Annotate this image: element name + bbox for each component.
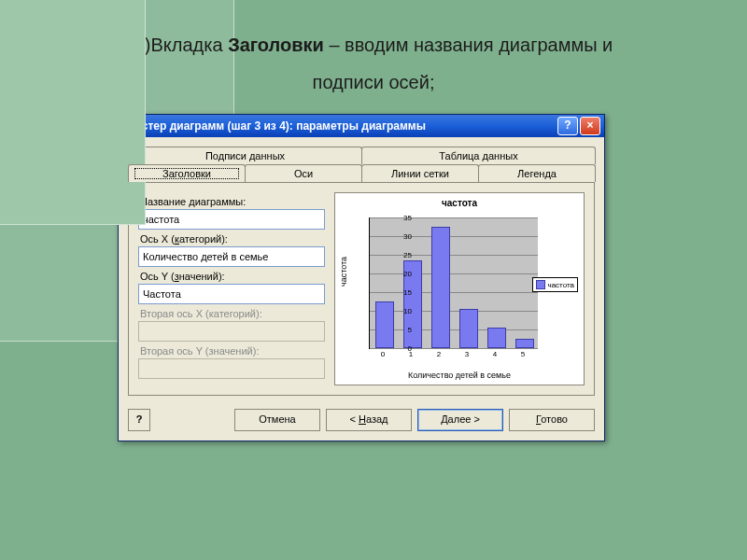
titlebar-close-button[interactable]: ×	[580, 117, 600, 135]
help-button[interactable]: ?	[128, 409, 150, 431]
slide-caption: 6)Вкладка Заголовки – вводим названия ди…	[0, 26, 747, 101]
ytick: 30	[386, 232, 412, 241]
xtick: 2	[430, 350, 447, 358]
chart-wizard-dialog: Мастер диаграмм (шаг 3 из 4): параметры …	[118, 114, 605, 441]
chart-title-label: Название диаграммы:	[140, 196, 325, 207]
ytick: 35	[386, 214, 412, 222]
axis-y2-input	[138, 358, 325, 379]
bar	[431, 227, 450, 348]
bar	[487, 328, 506, 348]
ytick: 15	[386, 288, 412, 297]
xtick: 0	[374, 350, 391, 358]
legend-label: частота	[548, 281, 575, 289]
back-button[interactable]: < Назад	[326, 409, 412, 431]
ytick: 20	[386, 270, 412, 278]
axis-y-label: Ось Y (значений):	[140, 271, 325, 282]
caption-line2: подписи осей;	[313, 72, 435, 92]
axis-x-label: Ось X (категорий):	[140, 233, 325, 245]
finish-button[interactable]: Готово	[509, 409, 595, 431]
ytick: 10	[386, 307, 412, 315]
bar	[459, 309, 478, 348]
caption-bold: Заголовки	[228, 35, 324, 55]
ytick: 25	[386, 251, 412, 259]
axis-y-input[interactable]	[138, 284, 325, 304]
caption-suffix: – вводим названия диаграммы и	[324, 35, 613, 55]
preview-xlabel: Количество детей в семье	[335, 371, 584, 380]
tab-gridlines[interactable]: Линии сетки	[361, 164, 479, 182]
cancel-button[interactable]: Отмена	[234, 409, 320, 431]
axis-x-input[interactable]	[138, 246, 325, 267]
dialog-title: Мастер диаграмм (шаг 3 из 4): параметры …	[126, 119, 426, 133]
legend-swatch-icon	[536, 280, 545, 289]
xtick: 4	[486, 350, 503, 358]
preview-chart-title: частота	[335, 198, 584, 208]
next-button[interactable]: Далее >	[417, 409, 503, 431]
ytick: 5	[386, 326, 412, 334]
axis-x2-input	[138, 321, 325, 342]
axis-x2-label: Вторая ось X (категорий):	[140, 308, 325, 319]
preview-ylabel: частота	[339, 257, 348, 287]
tab-legend[interactable]: Легенда	[478, 164, 596, 182]
tab-axes[interactable]: Оси	[245, 164, 362, 182]
preview-legend: частота	[532, 277, 579, 292]
tab-titles[interactable]: Заголовки	[128, 164, 246, 182]
titlebar[interactable]: Мастер диаграмм (шаг 3 из 4): параметры …	[119, 115, 604, 137]
axis-y2-label: Вторая ось Y (значений):	[140, 345, 325, 357]
bar	[515, 339, 534, 348]
xtick: 5	[514, 350, 531, 358]
chart-preview: частота частота частота Количество детей…	[334, 192, 585, 385]
tab-data-labels[interactable]: Подписи данных	[128, 147, 362, 164]
tab-data-table[interactable]: Таблица данных	[361, 147, 596, 164]
xtick: 3	[458, 350, 475, 358]
caption-prefix: 6)Вкладка	[134, 35, 228, 55]
titlebar-help-button[interactable]: ?	[557, 117, 578, 135]
chart-title-input[interactable]	[138, 209, 325, 230]
xtick: 1	[402, 350, 419, 358]
